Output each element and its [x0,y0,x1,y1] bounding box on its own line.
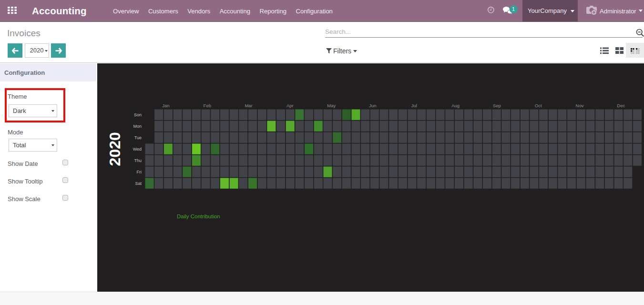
svg-text:Sep: Sep [493,103,501,108]
svg-text:Mar: Mar [245,103,252,108]
svg-text:Aug: Aug [451,103,460,108]
svg-text:May: May [327,103,336,108]
svg-text:Wed: Wed [133,147,142,152]
svg-text:Jun: Jun [369,103,376,108]
svg-text:Thu: Thu [134,158,142,163]
svg-text:Jan: Jan [162,103,169,108]
svg-text:Dec: Dec [617,103,625,108]
svg-text:Sat: Sat [135,181,142,186]
svg-text:2020: 2020 [106,132,123,166]
svg-text:Jul: Jul [411,103,417,108]
svg-text:Son: Son [134,112,142,117]
svg-text:Fri: Fri [137,170,142,174]
svg-text:Mon: Mon [133,124,142,129]
svg-text:Nov: Nov [576,103,584,108]
svg-text:Daily Contribution: Daily Contribution [177,214,220,219]
svg-text:Tue: Tue [134,135,142,140]
svg-text:Feb: Feb [204,103,211,108]
svg-text:Apr: Apr [286,103,294,108]
svg-text:Oct: Oct [535,103,542,108]
